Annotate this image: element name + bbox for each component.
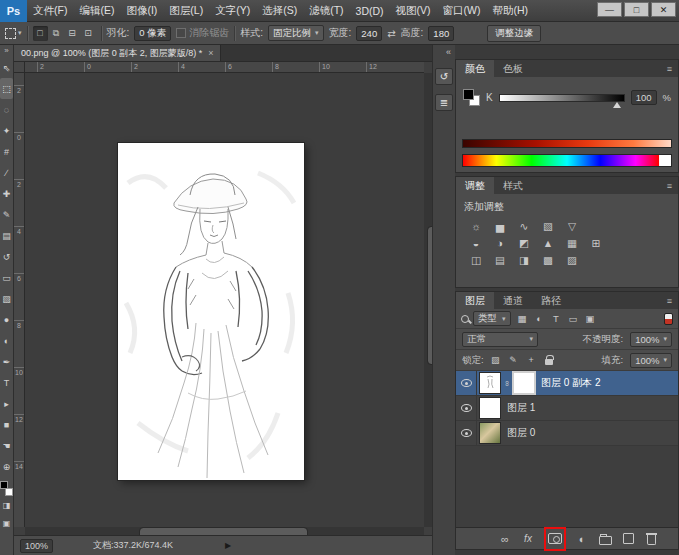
layer-name[interactable]: 图层 0	[507, 426, 535, 440]
style-dropdown[interactable]: 固定比例 ▾	[268, 25, 324, 41]
new-group-icon[interactable]	[598, 531, 612, 547]
status-menu-arrow[interactable]: ▶	[225, 541, 231, 550]
menu-file[interactable]: 文件(F)	[27, 4, 73, 18]
filter-toggle-icon[interactable]	[664, 313, 673, 325]
minimize-button[interactable]: —	[597, 2, 622, 17]
layer-thumbnail[interactable]	[480, 423, 500, 443]
move-tool[interactable]: ⇖	[0, 57, 13, 78]
collapse-toolbar-icon[interactable]: »	[4, 45, 8, 57]
menu-3d[interactable]: 3D(D)	[350, 5, 390, 17]
clone-stamp-tool[interactable]: ▤	[0, 225, 13, 246]
layer-visibility-eye-icon[interactable]	[456, 396, 477, 420]
opacity-dropdown[interactable]: 100% ▾	[630, 332, 672, 347]
lock-transparency-icon[interactable]: ▨	[489, 354, 502, 367]
history-brush-tool[interactable]: ↺	[0, 246, 13, 267]
adjustment-hue-saturation-icon[interactable]: ◒	[468, 236, 484, 250]
antialias-checkbox[interactable]	[176, 28, 186, 38]
blend-mode-dropdown[interactable]: 正常 ▾	[462, 332, 538, 347]
menu-select[interactable]: 选择(S)	[256, 4, 303, 18]
menu-image[interactable]: 图像(I)	[120, 4, 163, 18]
add-selection-icon[interactable]: ⧉	[49, 26, 64, 41]
foreground-color-swatch[interactable]	[463, 89, 474, 100]
tab-close-icon[interactable]: ×	[208, 48, 213, 58]
fill-dropdown[interactable]: 100% ▾	[630, 353, 672, 368]
foreground-background-swatches[interactable]	[463, 89, 480, 106]
tab-adjustments[interactable]: 调整	[456, 177, 494, 194]
properties-panel-icon[interactable]: ≣	[435, 94, 453, 111]
dodge-tool[interactable]: ◐	[0, 330, 13, 351]
menu-type[interactable]: 文字(Y)	[209, 4, 256, 18]
panel-menu-icon[interactable]: ≡	[661, 292, 678, 309]
filter-smart-objects-icon[interactable]: ▣	[583, 312, 598, 326]
subtract-selection-icon[interactable]: ⊟	[65, 26, 80, 41]
collapse-panels-icon[interactable]: «	[446, 45, 455, 59]
quick-mask-icon[interactable]: ◨	[0, 496, 13, 514]
background-color-swatch[interactable]	[5, 488, 13, 496]
zoom-level-input[interactable]: 100%	[20, 539, 53, 553]
layer-row[interactable]: 图层 1	[456, 396, 678, 421]
swap-dimensions-icon[interactable]: ⇄	[387, 28, 395, 39]
add-layer-mask-icon[interactable]	[548, 531, 562, 547]
layer-thumbnail[interactable]	[480, 373, 500, 393]
foreground-color-swatch[interactable]	[0, 481, 8, 489]
canvas-image-sketch[interactable]	[118, 143, 304, 480]
color-spectrum-bar[interactable]	[462, 154, 672, 167]
gradient-tool[interactable]: ▧	[0, 288, 13, 309]
layer-style-icon[interactable]: fx	[521, 531, 535, 547]
filter-type-layers-icon[interactable]: T	[549, 312, 564, 326]
adjustment-black-white-icon[interactable]: ◩	[516, 236, 532, 250]
tool-preset-picker[interactable]: ▾	[5, 28, 22, 39]
new-layer-icon[interactable]	[621, 531, 635, 547]
document-tab[interactable]: 00.png @ 100% (图层 0 副本 2, 图层蒙版/8) * ×	[14, 45, 221, 61]
adjustment-threshold-icon[interactable]: ◨	[516, 253, 532, 267]
refine-edge-button[interactable]: 调整边缘	[487, 25, 541, 42]
slider-thumb[interactable]	[613, 102, 621, 108]
crop-tool[interactable]: #	[0, 141, 13, 162]
adjustment-color-lookup-icon[interactable]: ⊞	[588, 236, 604, 250]
adjustment-levels-icon[interactable]: ▅	[492, 219, 508, 233]
maximize-button[interactable]: □	[624, 2, 649, 17]
layer-thumbnail[interactable]	[480, 398, 500, 418]
link-layers-icon[interactable]: ∞	[498, 531, 512, 547]
height-input[interactable]: 180	[428, 26, 454, 41]
spot-healing-brush-tool[interactable]: ✚	[0, 183, 13, 204]
panel-menu-icon[interactable]: ≡	[661, 60, 678, 77]
layer-mask-link-icon[interactable]: ∞	[504, 379, 511, 387]
foreground-background-swatches[interactable]	[0, 481, 13, 496]
quick-selection-tool[interactable]: ✦	[0, 120, 13, 141]
new-selection-icon[interactable]: □	[33, 26, 48, 41]
filter-pixel-layers-icon[interactable]: ▦	[515, 312, 530, 326]
menu-window[interactable]: 窗口(W)	[437, 4, 487, 18]
layer-row[interactable]: ∞ 图层 0 副本 2	[456, 371, 678, 396]
filter-adjustment-layers-icon[interactable]: ◐	[532, 312, 547, 326]
rectangular-marquee-tool[interactable]: ⬚	[0, 78, 13, 99]
adjustment-invert-icon[interactable]: ◫	[468, 253, 484, 267]
new-adjustment-layer-icon[interactable]: ◐	[575, 531, 589, 547]
layer-visibility-eye-icon[interactable]	[456, 421, 477, 445]
tab-paths[interactable]: 路径	[532, 292, 570, 309]
panel-menu-icon[interactable]: ≡	[661, 177, 678, 194]
adjustment-channel-mixer-icon[interactable]: ▦	[564, 236, 580, 250]
adjustment-gradient-map-icon[interactable]: ▨	[564, 253, 580, 267]
horizontal-scrollbar[interactable]	[25, 527, 424, 535]
k-value-input[interactable]: 100	[631, 90, 657, 105]
type-tool[interactable]: T	[0, 372, 13, 393]
filter-shape-layers-icon[interactable]: ▭	[566, 312, 581, 326]
history-panel-icon[interactable]: ↺	[435, 68, 453, 85]
feather-input[interactable]: 0 像素	[134, 26, 171, 41]
eyedropper-tool[interactable]: ∕	[0, 162, 13, 183]
adjustment-vibrance-icon[interactable]: ▽	[564, 219, 580, 233]
blur-tool[interactable]: ●	[0, 309, 13, 330]
color-ramp-red[interactable]	[462, 139, 672, 148]
document-canvas[interactable]	[25, 73, 424, 527]
menu-edit[interactable]: 编辑(E)	[73, 4, 120, 18]
layer-row[interactable]: 图层 0	[456, 421, 678, 446]
menu-filter[interactable]: 滤镜(T)	[303, 4, 349, 18]
tab-styles[interactable]: 样式	[494, 177, 532, 194]
hand-tool[interactable]: ☚	[0, 435, 13, 456]
adjustment-color-balance-icon[interactable]: ◑	[492, 236, 508, 250]
adjustment-photo-filter-icon[interactable]: ▲	[540, 236, 556, 250]
tab-swatches[interactable]: 色板	[494, 60, 532, 77]
eraser-tool[interactable]: ▭	[0, 267, 13, 288]
adjustment-brightness-contrast-icon[interactable]: ☼	[468, 219, 484, 233]
